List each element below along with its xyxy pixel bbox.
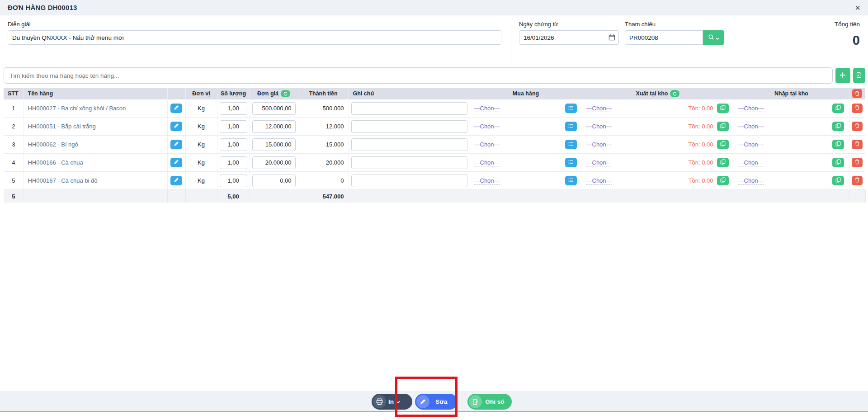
purchase-select[interactable]: ---Chọn--- (474, 177, 500, 184)
item-unit: Kg (185, 136, 217, 154)
edit-item-button[interactable] (170, 104, 182, 113)
inbound-copy-button[interactable] (832, 176, 844, 185)
edit-button[interactable]: Sửa (415, 394, 458, 410)
edit-item-button[interactable] (170, 140, 182, 149)
note-input[interactable] (351, 156, 467, 169)
purchase-list-button[interactable] (565, 176, 577, 185)
purchase-select[interactable]: ---Chọn--- (474, 105, 500, 112)
close-icon[interactable]: × (855, 3, 860, 12)
outbound-warehouse-select[interactable]: ---Chọn--- (586, 105, 612, 112)
post-entry-button[interactable]: Ghi sổ (467, 394, 512, 410)
col-stt: STT (4, 88, 24, 99)
document-date-label: Ngày chứng từ (519, 21, 619, 28)
copy-icon (720, 123, 726, 130)
delete-row-button[interactable] (852, 122, 863, 131)
item-name-link[interactable]: HH000166 - Cà chua (24, 159, 83, 166)
inbound-copy-button[interactable] (832, 140, 844, 149)
calendar-icon[interactable] (609, 34, 615, 42)
note-input[interactable] (351, 138, 467, 151)
copy-icon (835, 105, 841, 112)
outbound-copy-button[interactable] (717, 158, 729, 167)
stock-level: Tồn: 0,00 (689, 123, 713, 130)
unit-price-input[interactable] (252, 102, 296, 115)
copy-icon (720, 105, 726, 112)
purchase-select[interactable]: ---Chọn--- (474, 159, 500, 166)
inbound-warehouse-select[interactable]: ---Chọn--- (738, 123, 764, 130)
search-input[interactable] (4, 67, 833, 84)
delete-row-button[interactable] (852, 104, 863, 113)
note-input[interactable] (351, 102, 467, 115)
quantity-input[interactable] (220, 102, 247, 115)
list-icon (568, 141, 574, 148)
reference-input[interactable] (625, 30, 703, 45)
list-icon (568, 123, 574, 130)
refresh-warehouse-icon[interactable] (670, 90, 679, 97)
outbound-warehouse-select[interactable]: ---Chọn--- (586, 159, 612, 166)
edit-item-button[interactable] (170, 122, 182, 131)
purchase-list-button[interactable] (565, 122, 577, 131)
edit-item-button[interactable] (170, 176, 182, 185)
summary-blank-price (250, 190, 298, 203)
table-row: 5 HH000167 - Cà chua bi đỏ Kg 0 ---Chọn-… (4, 172, 865, 190)
note-input[interactable] (351, 175, 467, 187)
plus-icon (839, 71, 846, 80)
table-row: 3 HH000062 - Bí ngô Kg 15.000 ---Chọn---… (4, 136, 865, 154)
pencil-icon (174, 105, 179, 112)
unit-price-input[interactable] (252, 175, 296, 187)
outbound-warehouse-select[interactable]: ---Chọn--- (586, 177, 612, 184)
inbound-copy-button[interactable] (832, 104, 844, 113)
purchase-list-button[interactable] (565, 104, 577, 113)
refresh-price-icon[interactable] (281, 90, 290, 97)
trash-icon (855, 177, 859, 184)
modal-header: ĐƠN HÀNG DH00013 × (0, 0, 868, 15)
purchase-select[interactable]: ---Chọn--- (474, 123, 500, 130)
unit-price-input[interactable] (252, 156, 296, 169)
item-name-link[interactable]: HH000051 - Bắp cải trắng (24, 123, 96, 130)
inbound-copy-button[interactable] (832, 122, 844, 131)
delete-row-button[interactable] (852, 140, 863, 149)
item-unit: Kg (185, 118, 217, 136)
item-name-link[interactable]: HH000167 - Cà chua bi đỏ (24, 177, 98, 184)
copy-icon (720, 177, 726, 184)
chevron-down-icon[interactable] (396, 401, 405, 403)
total-amount-label: Tổng tiền (724, 21, 860, 28)
unit-price-input[interactable] (252, 120, 296, 133)
inbound-copy-button[interactable] (832, 158, 844, 167)
document-date-input[interactable] (519, 30, 619, 45)
note-input[interactable] (351, 120, 467, 133)
inbound-warehouse-select[interactable]: ---Chọn--- (738, 159, 764, 166)
quantity-input[interactable] (220, 120, 247, 133)
edit-item-button[interactable] (170, 158, 182, 167)
col-edit (167, 88, 185, 99)
outbound-copy-button[interactable] (717, 104, 729, 113)
description-input[interactable] (8, 30, 501, 45)
outbound-warehouse-select[interactable]: ---Chọn--- (586, 141, 612, 148)
delete-all-button[interactable] (852, 89, 862, 98)
quantity-input[interactable] (220, 138, 247, 151)
print-button[interactable]: In (372, 394, 412, 410)
summary-amount-total: 547.000 (298, 190, 349, 203)
purchase-select[interactable]: ---Chọn--- (474, 141, 500, 148)
outbound-warehouse-select[interactable]: ---Chọn--- (586, 123, 612, 130)
item-name-link[interactable]: HH000062 - Bí ngô (24, 141, 78, 148)
add-item-button[interactable] (835, 68, 850, 83)
line-total: 0 (298, 172, 349, 190)
reference-search-button[interactable] (703, 30, 724, 45)
quantity-input[interactable] (220, 156, 247, 169)
delete-row-button[interactable] (852, 158, 863, 167)
outbound-copy-button[interactable] (717, 140, 729, 149)
purchase-list-button[interactable] (565, 140, 577, 149)
quantity-input[interactable] (220, 175, 247, 187)
purchase-list-button[interactable] (565, 158, 577, 167)
line-total: 500.000 (298, 99, 349, 118)
delete-row-button[interactable] (852, 176, 863, 185)
inbound-warehouse-select[interactable]: ---Chọn--- (738, 141, 764, 148)
inbound-warehouse-select[interactable]: ---Chọn--- (738, 105, 764, 112)
inbound-warehouse-select[interactable]: ---Chọn--- (738, 177, 764, 184)
stock-level: Tồn: 0,00 (689, 177, 713, 184)
item-name-link[interactable]: HH000027 - Ba chỉ xông khói / Bacon (24, 105, 126, 112)
unit-price-input[interactable] (252, 138, 296, 151)
outbound-copy-button[interactable] (717, 176, 729, 185)
import-excel-button[interactable]: x (853, 68, 865, 83)
outbound-copy-button[interactable] (717, 122, 729, 131)
